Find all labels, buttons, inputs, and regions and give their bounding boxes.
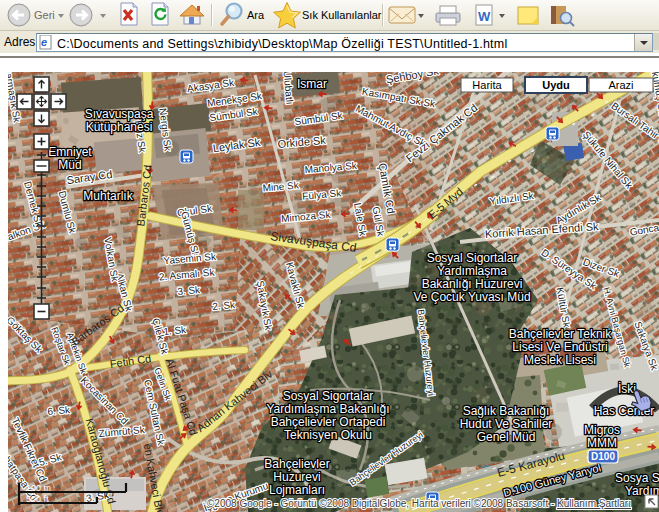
svg-text:Sıvavuspaşa: Sıvavuspaşa: [85, 107, 154, 121]
svg-text:Huzurevi: Huzurevi: [273, 470, 320, 484]
svg-text:İski: İski: [618, 382, 636, 396]
svg-text:Uydu: Uydu: [542, 79, 570, 91]
svg-text:Bakanlığı Huzurevi: Bakanlığı Huzurevi: [422, 277, 523, 291]
svg-text:Hudut Ve Sahiller: Hudut Ve Sahiller: [460, 417, 553, 431]
svg-text:Bahçelievler Teknik: Bahçelievler Teknik: [509, 327, 612, 341]
svg-text:Kütüphanesi: Kütüphanesi: [86, 120, 153, 134]
svg-text:500 ft: 500 ft: [26, 494, 49, 504]
svg-text:Emniyet: Emniyet: [48, 145, 92, 159]
svg-text:Arazi: Arazi: [608, 79, 633, 91]
svg-text:©2008 Google - Görüntü ©2008 D: ©2008 Google - Görüntü ©2008 DigitalGlob…: [207, 498, 631, 509]
svg-text:Müd: Müd: [58, 158, 81, 172]
svg-text:Lisesi Ve Endüstri: Lisesi Ve Endüstri: [512, 340, 607, 354]
svg-text:6. Sk: 6. Sk: [47, 404, 72, 417]
svg-text:Sosyal Sigortalar: Sosyal Sigortalar: [283, 389, 374, 403]
svg-text:Muhtarlık: Muhtarlık: [83, 189, 133, 203]
svg-text:Yardımlaşma Bakanlığı: Yardımlaşma Bakanlığı: [266, 402, 389, 416]
svg-text:Teknisyen Okulu: Teknisyen Okulu: [284, 428, 372, 442]
svg-text:100 m: 100 m: [26, 483, 51, 493]
svg-text:D100: D100: [591, 451, 615, 462]
svg-text:2. Sk: 2. Sk: [212, 299, 237, 312]
svg-text:Ve Çocuk Yuvası Müd: Ve Çocuk Yuvası Müd: [413, 290, 530, 304]
svg-text:Bahçelievler: Bahçelievler: [264, 457, 329, 471]
svg-text:Yardımlaşma: Yardımlaşma: [437, 264, 507, 278]
svg-text:Harita: Harita: [472, 79, 502, 91]
svg-text:MMM: MMM: [587, 436, 617, 450]
svg-text:Meslek Lisesi: Meslek Lisesi: [524, 353, 596, 367]
svg-text:3. Sk: 3. Sk: [177, 284, 202, 297]
svg-text:Sağlık Bakanlığı: Sağlık Bakanlığı: [463, 404, 550, 418]
svg-text:Genel Müd: Genel Müd: [477, 430, 536, 444]
svg-text:Bahçelievler Ortapedi: Bahçelievler Ortapedi: [271, 415, 386, 429]
svg-text:Migros: Migros: [584, 423, 620, 437]
svg-text:Sosya S: Sosya S: [615, 471, 659, 485]
svg-text:Sosyal Sigortalar: Sosyal Sigortalar: [427, 251, 518, 265]
svg-text:Lojmanları: Lojmanları: [269, 483, 325, 497]
svg-text:Ismar: Ismar: [297, 77, 327, 91]
